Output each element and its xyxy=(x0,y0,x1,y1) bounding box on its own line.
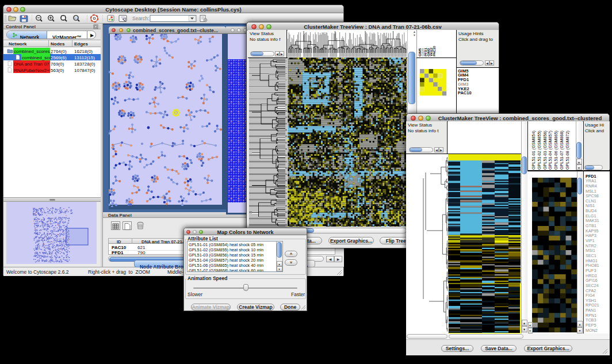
svg-text:Search:: Search: xyxy=(132,16,149,21)
svg-text:1:1: 1:1 xyxy=(74,17,78,20)
